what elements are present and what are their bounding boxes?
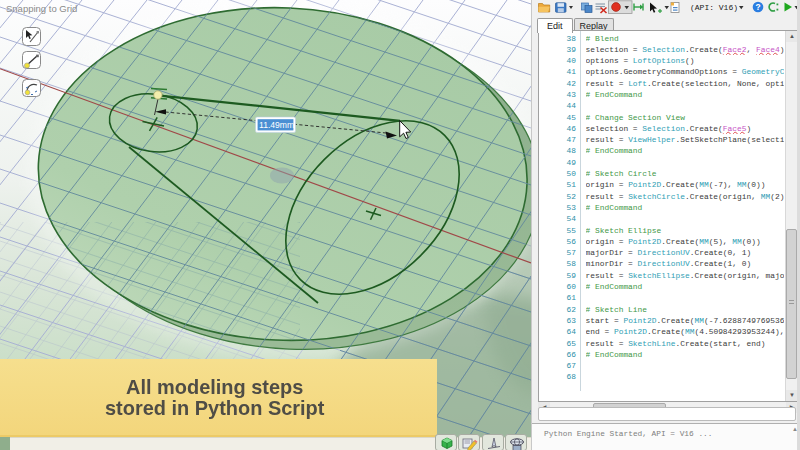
svg-text:(API: V16): (API: V16): [690, 3, 738, 12]
svg-text:11.49mm: 11.49mm: [259, 120, 294, 130]
svg-text:?: ?: [755, 2, 760, 12]
